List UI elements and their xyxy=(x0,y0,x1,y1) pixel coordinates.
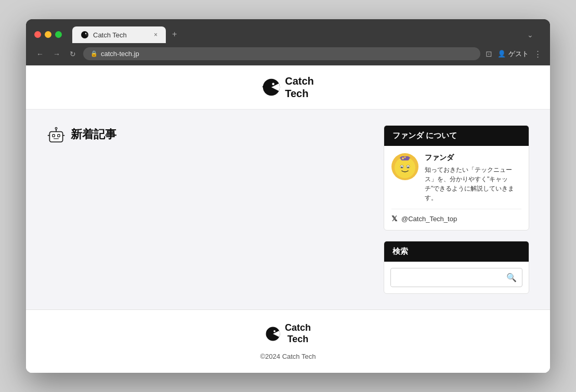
browser-chrome: Catch Tech × + ⌄ ← → ↻ 🔒 catch-tech.jp ⊡… xyxy=(26,19,550,65)
lock-icon: 🔒 xyxy=(90,50,98,57)
fanda-avatar-image xyxy=(391,153,418,180)
close-traffic-light[interactable] xyxy=(34,31,41,38)
svg-point-5 xyxy=(266,87,268,89)
address-bar[interactable]: 🔒 catch-tech.jp xyxy=(83,47,480,60)
fanda-widget-body: ファンダ 知っておきたい「テックニュース」を、分かりやすく"キャッチ"できるよう… xyxy=(384,146,529,230)
profile-icon: 👤 xyxy=(498,50,506,58)
fanda-info: ファンダ 知っておきたい「テックニュース」を、分かりやすく"キャッチ"できるよう… xyxy=(425,153,521,202)
sidebar: ファンダ について xyxy=(384,125,529,294)
minimize-traffic-light[interactable] xyxy=(45,31,51,38)
main-content: 新着記事 xyxy=(47,125,371,294)
search-icon: 🔍 xyxy=(506,273,517,282)
page-content: Catch Tech xyxy=(26,65,550,372)
svg-point-3 xyxy=(272,83,275,86)
maximize-traffic-light[interactable] xyxy=(55,31,62,38)
back-button[interactable]: ← xyxy=(34,48,46,60)
toolbar-right: ⊡ 👤 ゲスト ⋮ xyxy=(486,49,542,59)
svg-rect-8 xyxy=(58,134,60,137)
page-heading: 新着記事 xyxy=(47,125,371,144)
fanda-widget-header: ファンダ について xyxy=(384,126,529,146)
profile-label: ゲスト xyxy=(508,49,529,59)
site-footer: Catch Tech ©2024 Catch Tech xyxy=(26,309,550,372)
svg-point-18 xyxy=(408,167,409,168)
search-button[interactable]: 🔍 xyxy=(501,268,522,287)
search-input[interactable] xyxy=(391,269,501,286)
browser-titlebar: Catch Tech × + ⌄ xyxy=(26,19,550,43)
browser-menu-icon[interactable]: ⋮ xyxy=(534,49,542,59)
svg-point-11 xyxy=(55,128,57,130)
url-text: catch-tech.jp xyxy=(101,50,139,58)
fanda-card: ファンダ 知っておきたい「テックニュース」を、分かりやすく"キャッチ"できるよう… xyxy=(391,153,521,202)
traffic-lights xyxy=(34,31,62,38)
tab-bar: Catch Tech × + ⌄ xyxy=(72,25,542,43)
new-tab-button[interactable]: + xyxy=(166,25,183,43)
site-logo: Catch Tech xyxy=(262,75,314,100)
twitter-handle: @Catch_Tech_top xyxy=(401,215,457,223)
svg-rect-6 xyxy=(49,132,62,142)
svg-point-24 xyxy=(273,330,276,332)
robot-icon xyxy=(47,125,66,144)
forward-button[interactable]: → xyxy=(51,48,62,60)
fanda-description: 知っておきたい「テックニュース」を、分かりやすく"キャッチ"できるように解説して… xyxy=(425,165,521,202)
site-main: 新着記事 ファンダ について xyxy=(26,110,550,309)
svg-point-21 xyxy=(402,157,404,159)
footer-copyright: ©2024 Catch Tech xyxy=(260,353,316,360)
browser-window: Catch Tech × + ⌄ ← → ↻ 🔒 catch-tech.jp ⊡… xyxy=(26,19,550,372)
fanda-widget: ファンダ について xyxy=(384,125,529,231)
svg-point-22 xyxy=(404,157,406,158)
svg-point-4 xyxy=(263,86,265,88)
tab-close-button[interactable]: × xyxy=(154,31,158,38)
footer-logo-text: Catch Tech xyxy=(285,322,311,345)
search-widget: 検索 🔍 xyxy=(384,241,529,294)
profile-button[interactable]: 👤 ゲスト xyxy=(498,49,529,59)
active-tab[interactable]: Catch Tech × xyxy=(72,26,166,43)
tab-chevron-icon[interactable]: ⌄ xyxy=(519,26,542,43)
footer-logo-icon xyxy=(265,326,281,342)
fanda-avatar xyxy=(391,153,418,180)
fanda-twitter[interactable]: 𝕏 @Catch_Tech_top xyxy=(391,209,521,223)
reader-view-icon[interactable]: ⊡ xyxy=(486,49,492,59)
tab-favicon xyxy=(81,31,89,39)
svg-rect-7 xyxy=(53,134,55,137)
search-widget-body: 🔍 xyxy=(384,262,529,293)
x-twitter-icon: 𝕏 xyxy=(391,214,397,223)
reload-button[interactable]: ↻ xyxy=(68,48,78,60)
fanda-name: ファンダ xyxy=(425,153,521,163)
footer-logo: Catch Tech xyxy=(265,322,311,345)
search-input-wrap: 🔍 xyxy=(390,268,522,287)
svg-point-17 xyxy=(401,167,403,168)
logo-icon xyxy=(262,78,281,97)
search-widget-header: 検索 xyxy=(384,241,529,262)
logo-text: Catch Tech xyxy=(285,75,314,100)
browser-addressbar: ← → ↻ 🔒 catch-tech.jp ⊡ 👤 ゲスト ⋮ xyxy=(26,43,550,65)
tab-label: Catch Tech xyxy=(93,31,127,39)
svg-point-1 xyxy=(85,33,86,34)
page-title: 新着記事 xyxy=(71,127,116,142)
site-header: Catch Tech xyxy=(26,65,550,110)
